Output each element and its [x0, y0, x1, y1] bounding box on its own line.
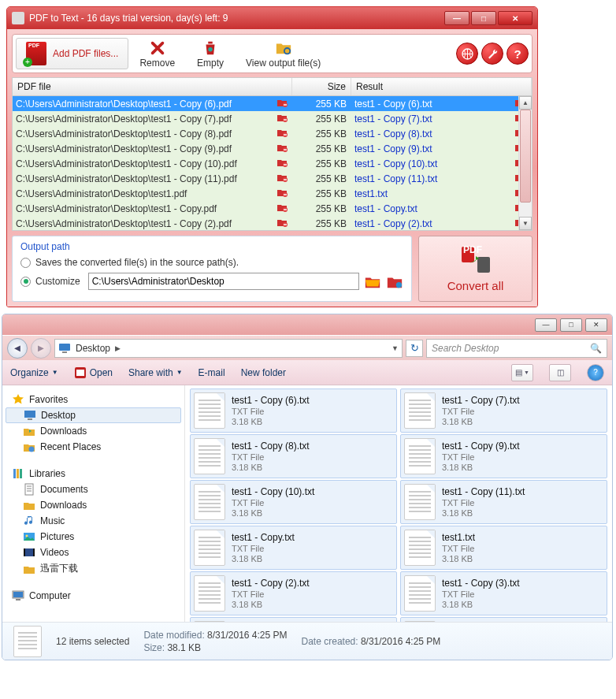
folder-remove-icon: [276, 142, 288, 153]
forward-button[interactable]: ►: [31, 338, 51, 359]
maximize-button[interactable]: □: [471, 11, 496, 25]
breadcrumb-loc[interactable]: Desktop: [74, 343, 112, 354]
organize-menu[interactable]: Organize▼: [10, 367, 58, 378]
sidebar-item-pictures[interactable]: Pictures: [6, 529, 181, 545]
list-item[interactable]: test1.txtTXT File3.18 KB: [400, 526, 607, 570]
email-label: E-mail: [199, 367, 225, 378]
back-button[interactable]: ◄: [7, 338, 28, 359]
col-size[interactable]: Size: [292, 78, 351, 95]
libraries-group[interactable]: Libraries: [6, 466, 181, 481]
list-item[interactable]: test1 - Copy (10).txtTXT File3.18 KB: [190, 480, 397, 524]
table-row[interactable]: C:\Users\Administrator\Desktop\test1 - C…: [13, 171, 532, 186]
svg-rect-35: [59, 344, 70, 351]
remove-button[interactable]: Remove: [128, 39, 186, 69]
titlebar[interactable]: PDF to Text - 16 days trial version, day…: [7, 7, 537, 29]
list-item[interactable]: test1 - Copy.txtTXT File3.18 KB: [190, 526, 397, 570]
settings-button[interactable]: [481, 43, 503, 65]
file-name: test1.txt: [442, 532, 475, 543]
list-item[interactable]: test1 - Copy (6).txtTXT File3.18 KB: [190, 389, 397, 433]
col-result[interactable]: Result: [351, 78, 532, 95]
list-item[interactable]: test1 - Copy (11).txtTXT File3.18 KB: [400, 480, 607, 524]
row-remove-button[interactable]: [276, 142, 292, 155]
convert-all-button[interactable]: PDF Convert all: [418, 236, 533, 302]
col-file[interactable]: PDF file: [13, 78, 292, 95]
grid-body[interactable]: C:\Users\Administrator\Desktop\test1 - C…: [13, 96, 532, 230]
table-row[interactable]: C:\Users\Administrator\Desktop\test1 - C…: [13, 156, 532, 171]
preview-pane-button[interactable]: ◫: [549, 364, 571, 381]
chevron-right-icon[interactable]: ▶: [115, 344, 121, 352]
cell-size: 255 KB: [292, 173, 351, 184]
file-list[interactable]: test1 - Copy (6).txtTXT File3.18 KBtest1…: [185, 385, 612, 622]
scroll-thumb[interactable]: [520, 110, 531, 203]
sidebar-item-videos[interactable]: Videos: [6, 545, 181, 560]
table-row[interactable]: C:\Users\Administrator\Desktop\test1 - C…: [13, 111, 532, 126]
table-row[interactable]: C:\Users\Administrator\Desktop\test1 - C…: [13, 201, 532, 216]
svg-point-41: [29, 447, 35, 452]
list-item[interactable]: test1 - Copy (2).txtTXT File3.18 KB: [190, 571, 397, 615]
customize-option[interactable]: Customize: [20, 273, 403, 290]
scrollbar[interactable]: ▲ ▼: [518, 96, 532, 230]
output-path-input[interactable]: [88, 273, 359, 290]
close-button[interactable]: ✕: [498, 11, 533, 25]
table-row[interactable]: C:\Users\Administrator\Desktop\test1 - C…: [13, 96, 532, 111]
list-item[interactable]: test1 - Copy (7).txtTXT File3.18 KB: [400, 389, 607, 433]
open-folder-button[interactable]: [386, 273, 403, 289]
table-row[interactable]: C:\Users\Administrator\Desktop\test1.pdf…: [13, 186, 532, 201]
radio-off-icon[interactable]: [20, 258, 31, 268]
globe-button[interactable]: [456, 43, 478, 65]
view-output-button[interactable]: View output file(s): [235, 39, 332, 69]
list-item[interactable]: test1 - Copy (5).txtTXT File3.18 KB: [400, 617, 607, 622]
list-item[interactable]: test1 - Copy (9).txtTXT File3.18 KB: [400, 434, 607, 478]
new-folder-button[interactable]: New folder: [241, 367, 286, 378]
list-item[interactable]: test1 - Copy (8).txtTXT File3.18 KB: [190, 434, 397, 478]
favorites-group[interactable]: Favorites: [6, 392, 181, 407]
nav-pane[interactable]: Favorites Desktop Downloads Recent Place…: [2, 385, 185, 622]
sidebar-item-xunlei[interactable]: 迅雷下载: [6, 560, 181, 577]
share-menu[interactable]: Share with▼: [128, 367, 183, 378]
sidebar-item-recent[interactable]: Recent Places: [6, 439, 181, 455]
row-remove-button[interactable]: [276, 112, 292, 125]
close-button[interactable]: ✕: [585, 318, 607, 332]
open-button[interactable]: Open: [74, 366, 113, 379]
table-row[interactable]: C:\Users\Administrator\Desktop\test1 - C…: [13, 141, 532, 156]
help-button[interactable]: ?: [587, 364, 604, 381]
help-button[interactable]: ?: [507, 43, 529, 65]
list-item[interactable]: test1 - Copy (3).txtTXT File3.18 KB: [400, 571, 607, 615]
chevron-down-icon[interactable]: ▼: [391, 344, 399, 352]
row-remove-button[interactable]: [276, 217, 292, 230]
email-button[interactable]: E-mail: [199, 367, 225, 378]
search-input[interactable]: Search Desktop 🔍: [426, 339, 607, 358]
row-remove-button[interactable]: [276, 97, 292, 110]
row-remove-button[interactable]: [276, 202, 292, 215]
view-mode-button[interactable]: ▤▼: [511, 364, 533, 381]
sidebar-item-downloads2[interactable]: Downloads: [6, 497, 181, 513]
save-source-option[interactable]: Saves the converted file(s) in the sourc…: [20, 257, 403, 268]
refresh-button[interactable]: ↻: [406, 340, 423, 357]
radio-on-icon[interactable]: [20, 277, 31, 287]
scroll-up-button[interactable]: ▲: [519, 96, 532, 110]
row-remove-button[interactable]: [276, 172, 292, 185]
list-item[interactable]: test1 - Copy (4).txtTXT File3.18 KB: [190, 617, 397, 622]
sidebar-item-downloads[interactable]: Downloads: [6, 423, 181, 439]
row-remove-button[interactable]: [276, 187, 292, 200]
explorer-titlebar[interactable]: — □ ✕: [2, 314, 612, 335]
table-row[interactable]: C:\Users\Administrator\Desktop\test1 - C…: [13, 216, 532, 230]
app-icon: [12, 12, 24, 24]
breadcrumb[interactable]: Desktop ▶ ▼: [54, 339, 403, 358]
computer-group[interactable]: Computer: [6, 588, 181, 604]
table-row[interactable]: C:\Users\Administrator\Desktop\test1 - C…: [13, 126, 532, 141]
sidebar-item-music[interactable]: Music: [6, 513, 181, 529]
maximize-button[interactable]: □: [560, 318, 582, 332]
svg-rect-20: [284, 179, 287, 180]
sidebar-item-desktop[interactable]: Desktop: [6, 407, 181, 423]
minimize-button[interactable]: —: [444, 11, 469, 25]
row-remove-button[interactable]: [276, 157, 292, 170]
row-remove-button[interactable]: [276, 127, 292, 140]
minimize-button[interactable]: —: [535, 318, 557, 332]
empty-button[interactable]: Empty: [186, 39, 235, 69]
sidebar-item-documents[interactable]: Documents: [6, 481, 181, 497]
browse-folder-button[interactable]: [364, 273, 381, 289]
add-pdf-button[interactable]: Add PDF files...: [16, 38, 128, 69]
music-label: Music: [40, 515, 65, 526]
scroll-down-button[interactable]: ▼: [519, 217, 532, 230]
